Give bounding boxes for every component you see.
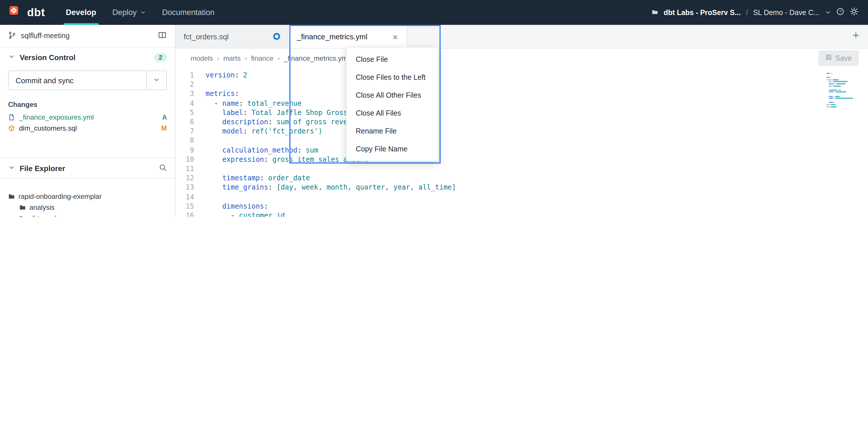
tree-item-label: dbt_packages — [29, 214, 72, 217]
line-numbers: 1234567891011121314151617 — [176, 70, 194, 217]
close-tab-button[interactable] — [392, 33, 399, 39]
change-file-name: dim_customers.sql — [19, 124, 77, 132]
code-line: timestamp: order_date — [206, 173, 456, 183]
navbar-right: dbt Labs - ProServ S... / SL Demo - Dave… — [651, 7, 859, 18]
code-editor[interactable]: 1234567891011121314151617 version: 2 met… — [176, 68, 868, 217]
version-control-title: Version Control — [20, 53, 76, 62]
line-number: 4 — [176, 98, 194, 108]
commit-button-label: Commit and sync — [9, 76, 74, 85]
line-number: 1 — [176, 70, 194, 80]
cube-icon — [8, 124, 15, 132]
context-menu-item-rename-file[interactable]: Rename File — [346, 122, 438, 140]
gear-icon — [849, 7, 859, 16]
chevron-down-icon[interactable] — [825, 7, 831, 18]
chevron-down-icon — [140, 9, 146, 16]
line-number: 8 — [176, 136, 194, 145]
breadcrumb-separator: › — [278, 54, 280, 62]
chevron-down-icon — [153, 75, 160, 86]
git-branch-icon — [8, 31, 16, 39]
breadcrumb: models›marts›finance›_finance_metrics.ym… — [191, 54, 349, 62]
file-tree: rapid-onboarding-exemplaranalysisdbt_pac… — [0, 179, 175, 217]
breadcrumb-item[interactable]: _finance_metrics.yml — [284, 54, 349, 62]
help-icon[interactable]: ? — [836, 7, 844, 18]
line-number: 10 — [176, 155, 194, 164]
editor-panel: fct_orders.sql_finance_metrics.yml model… — [176, 25, 868, 217]
changes-list: _finance_exposures.ymlAdim_customers.sql… — [0, 112, 175, 134]
context-menu-item-copy-file-name[interactable]: Copy File Name — [346, 140, 438, 158]
breadcrumb-separator: › — [245, 54, 247, 62]
save-button[interactable]: Save — [818, 50, 859, 66]
git-branch-row[interactable]: sqlfluff-meeting — [0, 25, 175, 48]
nav-item-label: Deploy — [112, 8, 136, 17]
dbt-logo-icon — [9, 5, 19, 15]
unsaved-indicator — [273, 33, 280, 40]
minimap[interactable] — [827, 73, 853, 108]
tree-item-rapid-onboarding-exemplar[interactable]: rapid-onboarding-exemplar — [0, 191, 175, 202]
folder-icon — [8, 193, 15, 200]
code-line: time_grains: [day, week, month, quarter,… — [206, 183, 456, 192]
breadcrumb-item[interactable]: finance — [251, 54, 273, 62]
change-status: M — [161, 124, 167, 132]
commit-options-dropdown[interactable] — [146, 71, 166, 90]
search-icon[interactable] — [159, 163, 167, 173]
tree-item-dbt_packages[interactable]: dbt_packages — [0, 213, 175, 217]
project-selector[interactable]: SL Demo - Dave C... — [753, 8, 819, 17]
docs-book-icon — [158, 30, 167, 39]
app: dbt DevelopDeployDocumentation dbt Labs … — [0, 0, 868, 217]
docs-book-icon[interactable] — [158, 30, 167, 41]
nav-item-label: Develop — [66, 8, 96, 17]
line-number: 13 — [176, 183, 194, 192]
chevron-down-icon — [825, 9, 831, 15]
context-menu-item-close-file[interactable]: Close File — [346, 50, 438, 68]
new-tab-plus-icon — [852, 31, 860, 39]
nav-item-deploy[interactable]: Deploy — [104, 0, 154, 25]
context-menu-item-close-all-files[interactable]: Close All Files — [346, 104, 438, 122]
line-number: 3 — [176, 89, 194, 98]
change-item[interactable]: dim_customers.sqlM — [0, 122, 175, 134]
new-tab-button[interactable] — [852, 31, 860, 41]
tab-label: _finance_metrics.yml — [297, 32, 367, 41]
editor-tab-_finance_metrics.yml[interactable]: _finance_metrics.yml — [289, 25, 407, 48]
breadcrumb-item[interactable]: marts — [223, 54, 241, 62]
line-number: 15 — [176, 202, 194, 211]
close-icon — [392, 34, 399, 40]
gear-icon[interactable] — [849, 7, 859, 18]
line-number: 9 — [176, 145, 194, 154]
tree-item-label: analysis — [29, 203, 55, 211]
changes-count-badge: 2 — [154, 53, 167, 62]
changes-label: Changes — [0, 95, 175, 112]
nav-item-develop[interactable]: Develop — [58, 0, 104, 25]
breadcrumb-separator: › — [217, 54, 219, 62]
line-number: 6 — [176, 117, 194, 126]
search-icon — [159, 163, 167, 171]
breadcrumb-item[interactable]: models — [191, 54, 213, 62]
tab-label: fct_orders.sql — [184, 32, 229, 41]
line-number: 5 — [176, 108, 194, 117]
change-item[interactable]: _finance_exposures.ymlA — [0, 112, 175, 122]
line-number: 2 — [176, 80, 194, 89]
svg-text:?: ? — [839, 9, 841, 13]
code-line: dimensions: — [206, 202, 456, 211]
file-explorer-header[interactable]: File Explorer — [0, 158, 175, 179]
version-control-header[interactable]: Version Control 2 — [0, 48, 175, 67]
tree-item-analysis[interactable]: analysis — [0, 202, 175, 213]
editor-tab-fct_orders.sql[interactable]: fct_orders.sql — [176, 25, 289, 48]
commit-and-sync-button[interactable]: Commit and sync — [8, 70, 167, 90]
editor-tabbar: fct_orders.sql_finance_metrics.yml — [176, 25, 868, 49]
context-menu-item-close-files-to-the-left[interactable]: Close Files to the Left — [346, 68, 438, 86]
account-folder-icon — [651, 7, 658, 18]
save-icon — [825, 54, 832, 61]
account-name[interactable]: dbt Labs - ProServ S... — [663, 8, 741, 17]
context-menu-item-close-all-other-files[interactable]: Close All Other Files — [346, 86, 438, 104]
dbt-logo-text: dbt — [27, 6, 45, 19]
code-line — [206, 192, 456, 201]
dbt-logo-icon — [9, 5, 23, 19]
chevron-down-icon — [8, 164, 15, 171]
nav-item-documentation[interactable]: Documentation — [154, 0, 223, 25]
save-button-label: Save — [835, 54, 852, 62]
breadcrumb-row: models›marts›finance›_finance_metrics.ym… — [176, 48, 868, 68]
nav-item-label: Documentation — [162, 8, 215, 17]
doc-icon — [8, 114, 15, 120]
tab-context-menu: Close FileClose Files to the LeftClose A… — [346, 47, 438, 161]
folder-icon — [19, 215, 26, 217]
